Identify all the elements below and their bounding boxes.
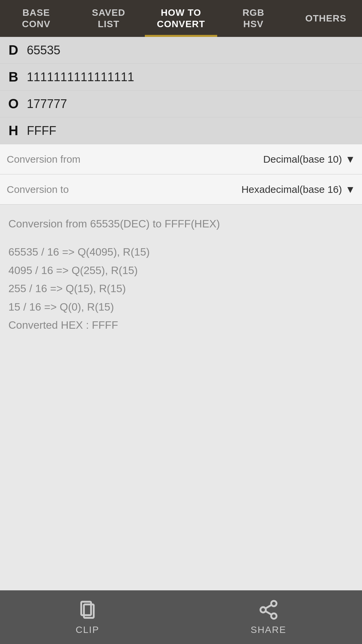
svg-line-5 [265, 611, 272, 615]
octal-label: O [0, 96, 23, 111]
conversion-step-3: 15 / 16 => Q(0), R(15) [8, 298, 354, 316]
tab-others[interactable]: OTHERS [290, 0, 362, 37]
share-label: SHARE [251, 625, 286, 635]
conversion-step-2: 255 / 16 => Q(15), R(15) [8, 279, 354, 298]
value-rows: D 65535 B 1111111111111111 O 177777 H FF… [0, 37, 362, 144]
tab-rgb-hsv[interactable]: RGBHSV [217, 0, 290, 37]
decimal-label: D [0, 43, 23, 58]
conversion-from-label: Conversion from [7, 154, 107, 165]
conversion-from-select[interactable]: Decimal(base 10) ▼ [107, 154, 355, 165]
clip-label: CLIP [76, 625, 99, 635]
hex-value: FFFF [23, 124, 362, 138]
conversion-from-value: Decimal(base 10) [263, 154, 342, 165]
bottom-bar: CLIP SHARE [0, 590, 362, 644]
clip-icon [77, 599, 98, 622]
tab-bar: BASECONV SAVEDLIST HOW TOCONVERT RGBHSV … [0, 0, 362, 37]
conversion-from-row[interactable]: Conversion from Decimal(base 10) ▼ [0, 144, 362, 174]
binary-row: B 1111111111111111 [0, 64, 362, 91]
conversion-step-0: 65535 / 16 => Q(4095), R(15) [8, 243, 354, 261]
conversion-result: Converted HEX : FFFF [8, 316, 354, 334]
chevron-down-icon: ▼ [345, 184, 355, 195]
conversion-title: Conversion from 65535(DEC) to FFFF(HEX) [8, 215, 354, 233]
conversion-to-select[interactable]: Hexadecimal(base 16) ▼ [107, 184, 355, 195]
svg-point-4 [271, 613, 277, 619]
decimal-value: 65535 [23, 43, 362, 57]
binary-value: 1111111111111111 [23, 70, 362, 84]
tab-saved-list[interactable]: SAVEDLIST [72, 0, 145, 37]
tab-base-conv[interactable]: BASECONV [0, 0, 72, 37]
decimal-row: D 65535 [0, 37, 362, 64]
svg-point-2 [271, 601, 277, 606]
dropdown-section: Conversion from Decimal(base 10) ▼ Conve… [0, 144, 362, 205]
octal-value: 177777 [23, 97, 362, 111]
svg-point-3 [260, 607, 266, 612]
octal-row: O 177777 [0, 91, 362, 117]
conversion-step-1: 4095 / 16 => Q(255), R(15) [8, 261, 354, 279]
share-icon [258, 599, 279, 622]
conversion-text-area: Conversion from 65535(DEC) to FFFF(HEX) … [0, 205, 362, 590]
hex-label: H [0, 123, 23, 138]
binary-label: B [0, 69, 23, 85]
share-button[interactable]: SHARE [251, 599, 286, 635]
tab-how-to-convert[interactable]: HOW TOCONVERT [145, 0, 217, 37]
conversion-to-label: Conversion to [7, 184, 107, 195]
hex-row: H FFFF [0, 117, 362, 144]
clip-button[interactable]: CLIP [76, 599, 99, 635]
conversion-to-value: Hexadecimal(base 16) [241, 184, 342, 195]
svg-line-6 [265, 605, 272, 608]
chevron-down-icon: ▼ [345, 154, 355, 165]
conversion-to-row[interactable]: Conversion to Hexadecimal(base 16) ▼ [0, 174, 362, 205]
